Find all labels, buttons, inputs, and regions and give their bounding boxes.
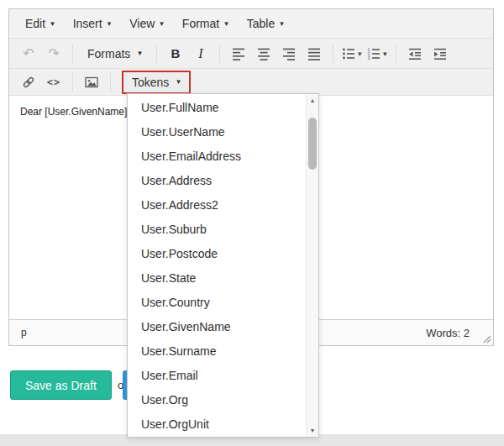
toolbar-divider	[110, 73, 111, 92]
token-menu-item[interactable]: User.Postcode	[128, 241, 306, 265]
menu-item[interactable]: Edit ▾	[16, 12, 64, 35]
toolbar-row-1: ↶ ↷ Formats ▾ B I ▾ 123	[9, 39, 493, 69]
chevron-down-icon: ▾	[280, 20, 284, 28]
align-center-icon	[257, 47, 270, 60]
chevron-down-icon: ▾	[383, 50, 387, 58]
numbered-list-icon: 123	[367, 47, 381, 60]
chevron-down-icon: ▾	[138, 50, 142, 57]
token-menu-item[interactable]: User.Country	[128, 290, 306, 314]
token-menu-item[interactable]: User.State	[128, 265, 306, 290]
scroll-up-icon[interactable]: ▲	[307, 94, 318, 107]
scroll-down-icon[interactable]: ▼	[307, 424, 318, 437]
token-menu-item[interactable]: User.OrgUnit	[128, 412, 306, 436]
indent-button[interactable]	[428, 43, 452, 65]
chevron-down-icon: ▾	[224, 20, 228, 28]
token-menu-item[interactable]: User.Address2	[128, 192, 306, 217]
align-justify-icon	[307, 47, 321, 60]
outdent-button[interactable]	[403, 43, 427, 65]
align-right-button[interactable]	[277, 43, 301, 65]
menu-item-label: View	[129, 17, 155, 30]
menu-item[interactable]: Table ▾	[238, 12, 293, 35]
toolbar-divider	[219, 45, 220, 63]
toolbar-divider	[72, 45, 73, 63]
menu-item-label: Edit	[25, 17, 45, 30]
formats-dropdown-button[interactable]: Formats ▾	[79, 43, 150, 65]
align-center-button[interactable]	[252, 43, 276, 65]
bullet-list-button[interactable]: ▾	[340, 43, 364, 65]
chevron-down-icon: ▾	[50, 20, 55, 28]
tokens-dropdown-button[interactable]: Tokens ▾	[122, 71, 191, 94]
link-icon	[22, 76, 35, 89]
insert-image-button[interactable]	[80, 71, 103, 93]
menu-item-label: Table	[247, 17, 275, 30]
token-menu-item[interactable]: User.EmailAddress	[128, 144, 306, 168]
token-menu-item[interactable]: User.FullName	[128, 95, 306, 119]
token-menu-item[interactable]: User.Suburb	[128, 217, 306, 241]
align-right-icon	[282, 47, 296, 60]
code-icon: <>	[47, 76, 60, 88]
align-justify-button[interactable]	[302, 43, 326, 65]
scrollbar-thumb[interactable]	[308, 118, 317, 170]
token-menu-item[interactable]: User.UserName	[128, 119, 306, 144]
align-left-icon	[232, 47, 245, 60]
tokens-dropdown-menu: User.FullName User.UserName User.EmailAd…	[127, 93, 319, 438]
toolbar-divider	[396, 45, 396, 63]
token-menu-item[interactable]: User.Org	[128, 387, 306, 412]
token-menu-item[interactable]: User.Address	[128, 168, 306, 192]
svg-text:3: 3	[368, 55, 370, 60]
chevron-down-icon: ▾	[176, 78, 181, 86]
menu-item-label: Format	[182, 17, 219, 30]
align-left-button[interactable]	[227, 43, 250, 65]
token-menu-item[interactable]: User.Surname	[128, 338, 306, 363]
menu-item[interactable]: View ▾	[120, 12, 173, 35]
redo-icon: ↷	[48, 47, 59, 60]
resize-grip-icon	[483, 335, 491, 344]
source-code-button[interactable]: <>	[42, 71, 66, 93]
menubar: Edit ▾ Insert ▾ View ▾ Format ▾ Table ▾	[9, 9, 493, 39]
dropdown-scrollbar[interactable]: ▲ ▼	[306, 94, 318, 437]
token-menu-item[interactable]: User.Email	[128, 363, 306, 387]
toolbar-divider	[333, 45, 333, 63]
toolbar-row-2: <> Tokens ▾	[9, 69, 493, 96]
menu-item-label: Insert	[73, 17, 102, 30]
menu-item[interactable]: Insert ▾	[64, 12, 121, 35]
bold-button[interactable]: B	[164, 43, 187, 65]
word-count: Words: 2	[426, 327, 470, 339]
formats-label: Formats	[87, 47, 130, 60]
chevron-down-icon: ▾	[160, 20, 164, 28]
toolbar-divider	[72, 73, 73, 92]
indent-icon	[433, 47, 447, 60]
undo-icon: ↶	[23, 47, 34, 60]
redo-button[interactable]: ↷	[42, 43, 66, 65]
insert-link-button[interactable]	[17, 71, 40, 93]
italic-button[interactable]: I	[189, 43, 213, 65]
tokens-label: Tokens	[132, 76, 169, 89]
numbered-list-button[interactable]: 123 ▾	[365, 43, 389, 65]
bullet-list-icon	[342, 47, 355, 60]
element-path[interactable]: p	[21, 327, 27, 338]
toolbar-divider	[156, 45, 157, 63]
chevron-down-icon: ▾	[358, 50, 362, 58]
save-as-draft-button[interactable]: Save as Draft	[10, 370, 112, 400]
image-icon	[85, 76, 98, 89]
chevron-down-icon: ▾	[108, 20, 112, 28]
undo-button[interactable]: ↶	[17, 43, 40, 65]
outdent-icon	[408, 47, 422, 60]
resize-grip[interactable]	[483, 335, 491, 344]
token-list: User.FullName User.UserName User.EmailAd…	[128, 95, 306, 436]
menu-item[interactable]: Format ▾	[173, 12, 238, 35]
token-menu-item[interactable]: User.GivenName	[128, 314, 306, 338]
